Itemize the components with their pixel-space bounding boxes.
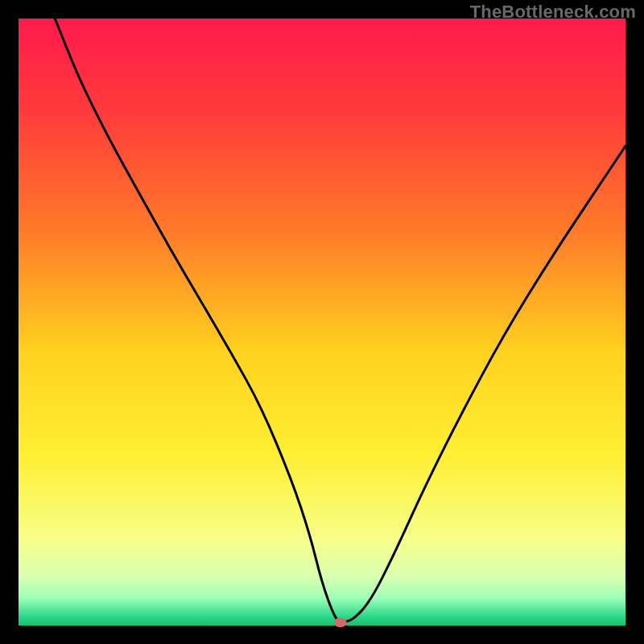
watermark-text: TheBottleneck.com: [470, 2, 636, 23]
chart-frame: { "watermark": "TheBottleneck.com", "plo…: [0, 0, 644, 644]
bottleneck-chart: [0, 0, 644, 644]
minimum-marker: [334, 617, 347, 627]
plot-background: [19, 19, 625, 625]
